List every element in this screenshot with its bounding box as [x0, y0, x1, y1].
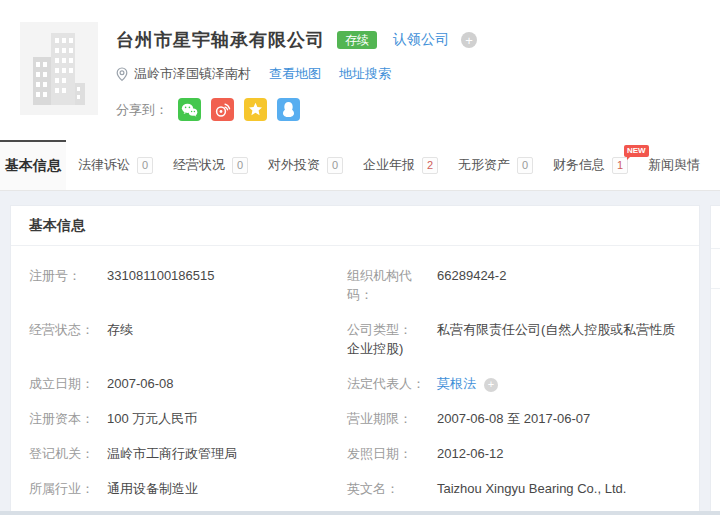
- content-area: 基本信息 注册号：331081100186515 组织机构代码：66289424…: [0, 191, 720, 515]
- legal-rep-link[interactable]: 莫根法: [437, 376, 476, 391]
- new-badge: NEW: [624, 145, 649, 157]
- field-value: 66289424-2: [437, 268, 506, 283]
- tab-count-badge: 1: [612, 157, 628, 174]
- table-row: 所属行业：通用设备制造业 英文名：Taizhou Xingyu Bearing …: [29, 471, 681, 506]
- field-value: 存续: [107, 322, 133, 337]
- field-value: 2007-06-08 至 2017-06-07: [437, 411, 590, 426]
- field-label: 经营状态：: [29, 320, 107, 339]
- basic-info-table: 注册号：331081100186515 组织机构代码：66289424-2 经营…: [11, 246, 699, 515]
- field-value: 100 万元人民币: [107, 411, 197, 426]
- table-row: 成立日期：2007-06-08 法定代表人：莫根法+: [29, 366, 681, 401]
- page-title: 台州市星宇轴承有限公司: [116, 28, 325, 52]
- right-sidebar-edge: [710, 205, 720, 515]
- tab-label: 经营状况: [173, 156, 225, 174]
- table-row: 登记机关：温岭市工商行政管理局 发照日期：2012-06-12: [29, 436, 681, 471]
- field-value: 2007-06-08: [107, 376, 174, 391]
- field-label: 公司类型：: [347, 320, 437, 339]
- tab-count-badge: 0: [327, 157, 343, 174]
- tab-news[interactable]: NEW 新闻舆情: [648, 140, 700, 190]
- view-map-link[interactable]: 查看地图: [269, 65, 321, 83]
- tab-intangible-assets[interactable]: 无形资产 0: [458, 140, 533, 190]
- field-label: 登记机关：: [29, 444, 107, 463]
- address-search-link[interactable]: 地址搜索: [339, 65, 391, 83]
- building-icon: [31, 33, 87, 105]
- tab-label: 无形资产: [458, 156, 510, 174]
- claim-company-link[interactable]: 认领公司: [393, 31, 449, 49]
- share-qq-icon[interactable]: [277, 98, 300, 121]
- field-value: 通用设备制造业: [107, 481, 198, 496]
- tab-basic-info[interactable]: 基本信息: [0, 140, 66, 190]
- field-label: 成立日期：: [29, 374, 107, 393]
- tab-label: 基本信息: [5, 157, 61, 175]
- field-label: 所属行业：: [29, 479, 107, 498]
- bottom-page-edge: [0, 511, 720, 515]
- company-logo: [20, 22, 98, 115]
- share-wechat-icon[interactable]: [178, 98, 201, 121]
- tab-count-badge: 0: [137, 157, 153, 174]
- share-weibo-icon[interactable]: [211, 98, 234, 121]
- field-label: 组织机构代码：: [347, 266, 437, 304]
- field-label: 英文名：: [347, 479, 437, 498]
- tab-label: 财务信息: [553, 156, 605, 174]
- basic-info-card: 基本信息 注册号：331081100186515 组织机构代码：66289424…: [10, 205, 700, 515]
- location-pin-icon: [116, 67, 128, 82]
- tab-label: 企业年报: [363, 156, 415, 174]
- share-label: 分享到：: [116, 101, 168, 119]
- table-row: 注册资本：100 万元人民币 营业期限：2007-06-08 至 2017-06…: [29, 401, 681, 436]
- legal-rep-plus-icon[interactable]: +: [484, 378, 498, 392]
- field-label: 注册资本：: [29, 409, 107, 428]
- tab-count-badge: 0: [517, 157, 533, 174]
- field-label: 营业期限：: [347, 409, 437, 428]
- section-title: 基本信息: [11, 206, 699, 246]
- tab-label: 新闻舆情: [648, 156, 700, 174]
- tab-label: 法律诉讼: [78, 156, 130, 174]
- field-label: 注册号：: [29, 266, 107, 285]
- field-value: 2012-06-12: [437, 446, 504, 461]
- field-value: 温岭市工商行政管理局: [107, 446, 237, 461]
- field-label: 法定代表人：: [347, 374, 437, 393]
- table-row: 注册号：331081100186515 组织机构代码：66289424-2: [29, 258, 681, 312]
- tab-annual-report[interactable]: 企业年报 2: [363, 140, 438, 190]
- tab-count-badge: 0: [232, 157, 248, 174]
- status-badge: 存续: [337, 31, 377, 49]
- company-header: 台州市星宇轴承有限公司 存续 认领公司 + 温岭市泽国镇泽南村 查看地图 地址搜…: [0, 0, 720, 140]
- tab-legal-litigation[interactable]: 法律诉讼 0: [78, 140, 153, 190]
- tab-label: 对外投资: [268, 156, 320, 174]
- company-address: 温岭市泽国镇泽南村: [134, 65, 251, 83]
- tab-outbound-investment[interactable]: 对外投资 0: [268, 140, 343, 190]
- tab-count-badge: 2: [422, 157, 438, 174]
- field-value: Taizhou Xingyu Bearing Co., Ltd.: [437, 481, 626, 496]
- field-label: 发照日期：: [347, 444, 437, 463]
- tab-financial-info[interactable]: 财务信息 1: [553, 140, 628, 190]
- claim-plus-icon[interactable]: +: [461, 32, 477, 48]
- share-qzone-star-icon[interactable]: [244, 98, 267, 121]
- field-value: 331081100186515: [107, 268, 215, 283]
- table-row: 经营状态：存续 公司类型：私营有限责任公司(自然人控股或私营性质企业控股): [29, 312, 681, 366]
- tab-operating-status[interactable]: 经营状况 0: [173, 140, 248, 190]
- tab-bar: 基本信息 法律诉讼 0 经营状况 0 对外投资 0 企业年报 2 无形资产 0 …: [0, 140, 720, 191]
